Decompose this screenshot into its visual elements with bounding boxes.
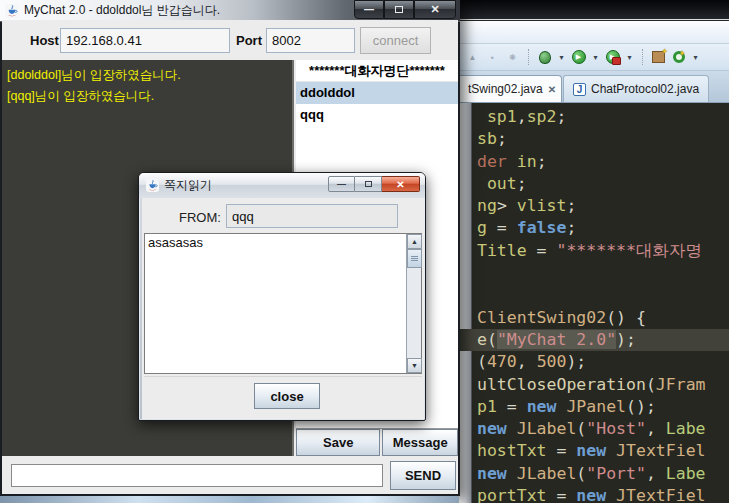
- dropdown-arrow-icon[interactable]: ▾: [591, 50, 600, 65]
- user-list-header: *******대화자명단*******: [296, 60, 458, 82]
- link-with-editor-icon[interactable]: ❋: [505, 50, 520, 65]
- toolbar-separator: [528, 49, 529, 65]
- maximize-icon: [395, 6, 403, 13]
- mychat-titlebar[interactable]: MyChat 2.0 - ddolddol님 반갑습니다. — ✕: [0, 0, 460, 22]
- eclipse-window: ▲▪❋▾▶▾▶▾▾ tSwing02.java ✕ J ChatProtocol…: [459, 0, 729, 503]
- code-line: (470, 500);: [477, 351, 729, 373]
- run-icon[interactable]: ▶: [571, 50, 586, 65]
- window-controls: — ✕: [354, 0, 456, 19]
- new-java-package-icon: [652, 51, 665, 63]
- java-icon: [5, 4, 19, 18]
- user-list-items: ddolddolqqq: [296, 82, 458, 126]
- toolbar-separator: [642, 49, 643, 65]
- dialog-maximize-button[interactable]: [355, 176, 382, 192]
- list-actions: Save Message: [296, 429, 458, 456]
- from-input[interactable]: [226, 204, 398, 228]
- note-text: asasasas: [148, 235, 203, 250]
- mark-occurrences-icon[interactable]: ▪: [485, 50, 500, 65]
- connection-panel: Host Port connect: [2, 20, 458, 60]
- from-label: FROM:: [179, 210, 221, 225]
- send-button[interactable]: SEND: [390, 461, 456, 490]
- run-coverage-icon[interactable]: ▶: [605, 50, 620, 65]
- new-java-class-icon: [673, 51, 685, 63]
- run-icon: ▶: [572, 50, 586, 64]
- code-line: [477, 284, 729, 306]
- code-line: Title = "*******대화자명: [477, 240, 729, 262]
- dialog-titlebar[interactable]: 쪽지읽기 — ✕: [139, 173, 425, 198]
- code-line: der in;: [477, 151, 729, 173]
- chat-message: [qqq]님이 입장하였습니다.: [7, 86, 287, 107]
- tab-chatprotocol02[interactable]: J ChatProtocol02.java: [563, 75, 709, 102]
- user-list-item[interactable]: ddolddol: [296, 82, 458, 104]
- new-java-class-icon[interactable]: [671, 50, 686, 65]
- close-button[interactable]: ✕: [414, 0, 456, 19]
- code-line: ng> vlist;: [477, 195, 729, 217]
- tab-label: ChatProtocol02.java: [591, 82, 699, 96]
- scroll-up-icon[interactable]: ▲: [407, 234, 422, 249]
- tab-clientswing02[interactable]: tSwing02.java ✕: [459, 75, 562, 102]
- dropdown-arrow-icon[interactable]: ▾: [625, 50, 634, 65]
- collapse-all-icon[interactable]: ▲: [465, 50, 480, 65]
- minimize-button[interactable]: —: [354, 0, 384, 19]
- window-title: MyChat 2.0 - ddolddol님 반갑습니다.: [24, 2, 220, 19]
- maximize-button[interactable]: [384, 0, 414, 19]
- port-label: Port: [236, 33, 262, 48]
- message-button[interactable]: Message: [382, 429, 458, 456]
- dialog-window-controls: — ✕: [328, 176, 420, 192]
- eclipse-code-editor[interactable]: sp1,sp2;sb;der in; out;ng> vlist;g = fal…: [459, 103, 729, 503]
- code-line: out;: [477, 173, 729, 195]
- eclipse-editor-tabs: tSwing02.java ✕ J ChatProtocol02.java: [459, 71, 729, 103]
- code-line: new JLabel("Host", Labe: [477, 418, 729, 440]
- chat-message: [ddolddol]님이 입장하였습니다.: [7, 65, 287, 86]
- port-input[interactable]: [266, 28, 355, 53]
- tab-close-icon[interactable]: ✕: [548, 84, 556, 95]
- dialog-close-button[interactable]: ✕: [382, 176, 420, 192]
- code-area: sp1,sp2;sb;der in; out;ng> vlist;g = fal…: [477, 106, 729, 503]
- code-line: ultCloseOperation(JFram: [477, 374, 729, 396]
- java-icon: [146, 179, 159, 192]
- code-line: new JLabel("Port", Labe: [477, 463, 729, 485]
- eclipse-toolbar: ▲▪❋▾▶▾▶▾▾: [459, 44, 729, 71]
- code-line: [477, 262, 729, 284]
- scroll-down-icon[interactable]: ▼: [407, 358, 422, 373]
- note-textarea[interactable]: asasasas ▲ ▼: [144, 233, 422, 374]
- save-button[interactable]: Save: [296, 429, 380, 456]
- code-line: ClientSwing02() {: [477, 307, 729, 329]
- collapse-all-icon: ▲: [469, 53, 477, 62]
- textarea-scrollbar[interactable]: ▲ ▼: [406, 234, 421, 373]
- note-dialog: 쪽지읽기 — ✕ FROM: asasasas ▲ ▼ close: [138, 172, 426, 421]
- message-bar: SEND: [2, 456, 458, 492]
- link-with-editor-icon: ❋: [509, 53, 516, 62]
- user-list-item[interactable]: qqq: [296, 104, 458, 126]
- dropdown-arrow-icon[interactable]: ▾: [557, 50, 566, 65]
- debug-icon[interactable]: [537, 50, 552, 65]
- code-line: p1 = new JPanel();: [477, 396, 729, 418]
- mark-occurrences-icon: ▪: [491, 53, 494, 62]
- eclipse-menubar-strip: [459, 21, 729, 44]
- host-input[interactable]: [60, 28, 230, 53]
- eclipse-titlebar: [459, 0, 729, 20]
- code-line: sb;: [477, 128, 729, 150]
- java-file-icon: J: [573, 83, 586, 96]
- scrollbar-thumb[interactable]: [407, 249, 422, 268]
- dialog-title: 쪽지읽기: [164, 177, 212, 194]
- dialog-body: FROM: asasasas ▲ ▼ close: [142, 198, 424, 419]
- dialog-minimize-button[interactable]: —: [328, 176, 355, 192]
- host-label: Host: [30, 33, 59, 48]
- dropdown-arrow-icon[interactable]: ▾: [691, 50, 700, 65]
- taskbar-sliver: [0, 496, 459, 503]
- tab-label: tSwing02.java: [468, 82, 543, 96]
- message-input[interactable]: [11, 464, 383, 487]
- close-note-button[interactable]: close: [254, 383, 320, 409]
- code-line: hostTxt = new JTextFiel: [477, 440, 729, 462]
- dialog-button-panel: close: [144, 376, 422, 417]
- code-line: portTxt = new JTextFiel: [477, 485, 729, 503]
- editor-scrollbar[interactable]: [459, 103, 472, 503]
- run-coverage-icon: ▶: [606, 50, 620, 64]
- code-line: sp1,sp2;: [477, 106, 729, 128]
- maximize-icon: [365, 181, 372, 187]
- code-line: e("MyChat 2.0");: [459, 329, 729, 351]
- debug-icon: [539, 51, 551, 64]
- connect-button[interactable]: connect: [360, 27, 431, 54]
- new-java-package-icon[interactable]: [651, 50, 666, 65]
